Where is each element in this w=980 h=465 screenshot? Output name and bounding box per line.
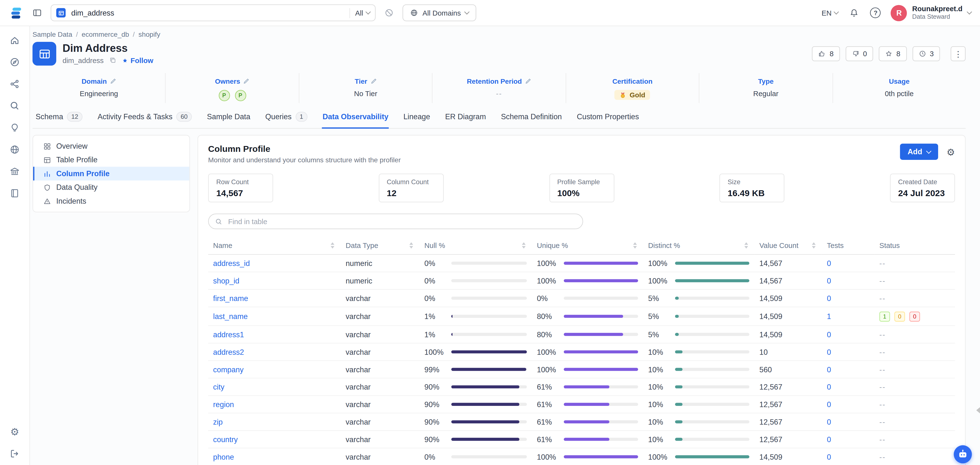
column-name-link[interactable]: city [213,382,224,391]
edit-retention-icon[interactable] [525,78,531,84]
user-menu[interactable]: R Rounakpreet.d Data Steward [891,5,971,21]
tests-count-link[interactable]: 0 [827,417,831,426]
nav-home-icon[interactable] [9,35,20,46]
logout-icon[interactable] [9,448,20,459]
tests-count-link[interactable]: 0 [827,348,831,356]
column-name-link[interactable]: shop_id [213,276,239,285]
breadcrumb-schema[interactable]: shopify [138,31,160,38]
nav-observability-icon[interactable] [9,100,20,111]
breadcrumb-database[interactable]: ecommerce_db [81,31,129,38]
profiler-nav-column-profile[interactable]: Column Profile [33,167,189,180]
nav-item-label: Incidents [56,197,86,205]
tests-count-link[interactable]: 0 [827,276,831,285]
tab-data-observability[interactable]: Data Observability [322,112,389,129]
sort-icon[interactable] [521,241,527,250]
global-search-input[interactable] [70,8,345,18]
type-label: Type [758,78,774,85]
tab-lineage[interactable]: Lineage [403,112,431,129]
tests-count-link[interactable]: 0 [827,294,831,302]
stat-card-size: Size 16.49 KB [719,173,784,202]
followers-button[interactable]: 8 [879,46,907,61]
owner-avatar[interactable]: P [235,90,246,101]
test-status-cell: -- [880,417,886,426]
column-name-link[interactable]: phone [213,452,234,461]
stat-label: Size [728,178,776,186]
column-name-link[interactable]: last_name [213,312,248,321]
openmetadata-logo[interactable] [9,5,24,21]
help-icon[interactable]: ? [870,8,881,18]
downvote-button[interactable]: 0 [846,46,873,61]
tab-schema-definition[interactable]: Schema Definition [500,112,562,129]
tab-label: ER Diagram [445,113,486,121]
distinct-percent-value: 100% [648,452,669,461]
tests-count-link[interactable]: 1 [827,312,831,321]
column-name-link[interactable]: first_name [213,294,248,302]
tests-count-link[interactable]: 0 [827,259,831,268]
nav-alerts-icon[interactable] [9,122,20,133]
column-name-link[interactable]: address2 [213,348,244,356]
tab-schema[interactable]: Schema12 [35,112,83,129]
tests-count-link[interactable]: 0 [827,452,831,461]
column-profile-icon [43,170,51,178]
sort-icon[interactable] [811,241,817,250]
column-name-link[interactable]: address_id [213,259,250,268]
column-name-link[interactable]: country [213,435,238,444]
topbar: All All Domains EN ? R [0,0,980,26]
more-options-kebab-icon[interactable]: ⋮ [951,46,966,61]
find-in-table-search[interactable] [208,214,583,229]
tests-count-link[interactable]: 0 [827,382,831,391]
breadcrumb-database-service[interactable]: Sample Data [32,31,72,38]
profiler-nav-incidents[interactable]: Incidents [33,194,189,208]
edit-domain-icon[interactable] [110,78,116,84]
sort-icon[interactable] [743,241,749,250]
tab-sample-data[interactable]: Sample Data [206,112,251,129]
nav-glossary-icon[interactable] [9,188,20,198]
nav-govern-icon[interactable] [9,166,20,177]
tests-count-link[interactable]: 0 [827,435,831,444]
tests-count-link[interactable]: 0 [827,330,831,339]
column-name-link[interactable]: region [213,400,234,409]
tab-queries[interactable]: Queries1 [265,112,308,129]
upvote-button[interactable]: 8 [812,46,840,61]
nav-insights-icon[interactable] [9,79,20,89]
column-name-link[interactable]: company [213,365,243,374]
sort-icon[interactable] [408,241,415,250]
all-domains-button[interactable]: All Domains [402,5,477,21]
profiler-nav-data-quality[interactable]: Data Quality [33,181,189,194]
tests-count-link[interactable]: 0 [827,400,831,409]
search-scope-dropdown[interactable]: All [350,8,370,18]
follow-button[interactable]: Follow [122,57,153,64]
tab-er-diagram[interactable]: ER Diagram [444,112,487,129]
ai-assistant-fab[interactable] [954,445,972,463]
column-name-link[interactable]: address1 [213,330,244,339]
meta-owners: Owners P P [166,73,299,103]
nav-domains-icon[interactable] [9,144,20,155]
language-selector[interactable]: EN [821,9,838,17]
global-search-bar[interactable]: All [51,5,375,21]
nav-explore-icon[interactable] [9,57,20,68]
find-in-table-input[interactable] [227,217,576,226]
profiler-nav-table-profile[interactable]: Table Profile [33,153,189,167]
sort-icon[interactable] [329,241,336,250]
notifications-bell-icon[interactable] [848,7,861,19]
settings-gear-icon[interactable]: ⚙ [10,427,19,437]
sidebar-toggle-icon[interactable] [31,7,43,19]
add-button[interactable]: Add [900,144,938,160]
table-row: first_name varchar 0% 0% 5% 14,509 0 -- [208,289,955,307]
version-history-button[interactable]: 3 [912,46,940,61]
sort-icon[interactable] [632,241,638,250]
column-name-link[interactable]: zip [213,417,223,426]
owner-avatar[interactable]: P [218,90,230,101]
edit-owners-icon[interactable] [243,78,250,84]
edit-tier-icon[interactable] [371,78,377,84]
stat-value: 16.49 KB [728,188,776,198]
tab-activity-feeds[interactable]: Activity Feeds & Tasks60 [97,112,192,129]
panel-collapse-handle[interactable] [976,407,980,413]
copy-icon[interactable] [109,57,116,64]
clear-search-icon[interactable] [383,7,395,19]
profiler-settings-gear-icon[interactable]: ⚙ [947,147,955,156]
null-progress-bar [451,403,527,406]
profiler-nav-overview[interactable]: Overview [33,139,189,153]
tests-count-link[interactable]: 0 [827,365,831,374]
tab-custom-properties[interactable]: Custom Properties [576,112,640,129]
